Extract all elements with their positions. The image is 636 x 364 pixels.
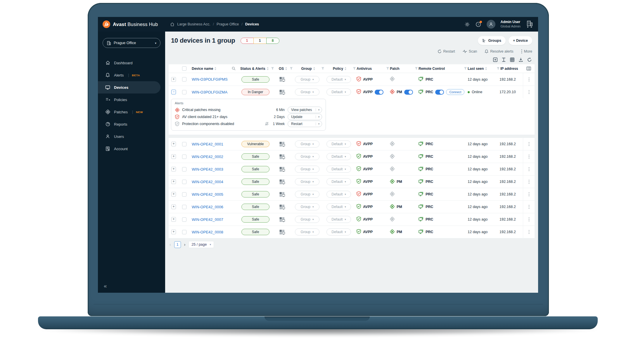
- restart-action[interactable]: Restart: [438, 49, 455, 53]
- sidebar-item-alerts[interactable]: Alerts | BETA: [98, 69, 165, 81]
- device-name-link[interactable]: WIN-OPE42_0007: [192, 217, 223, 222]
- resolve-alerts-action[interactable]: Resolve alerts: [485, 49, 513, 53]
- avatar[interactable]: [487, 20, 495, 29]
- alert-action-button[interactable]: View patches ▾: [288, 107, 322, 113]
- row-checkbox[interactable]: [182, 230, 186, 234]
- row-menu-icon[interactable]: [523, 86, 535, 98]
- column-settings-icon[interactable]: [526, 67, 531, 70]
- prev-page-icon[interactable]: ‹: [170, 242, 171, 247]
- expand-all-icon[interactable]: [493, 58, 497, 62]
- patch-toggle[interactable]: [404, 90, 413, 95]
- policy-dropdown[interactable]: Default▾: [326, 166, 351, 173]
- device-name-link[interactable]: WIN-OPE42_0002: [192, 155, 223, 159]
- group-dropdown[interactable]: Group▾: [295, 228, 319, 235]
- export-download-icon[interactable]: [519, 58, 523, 62]
- column-header-status-alerts[interactable]: Status & Alerts: [238, 64, 273, 73]
- group-dropdown[interactable]: Group▾: [295, 166, 319, 173]
- expand-row-button[interactable]: +: [171, 192, 176, 197]
- sort-icon[interactable]: [285, 67, 287, 70]
- company-switcher-icon[interactable]: [526, 20, 533, 28]
- device-name-link[interactable]: WIN-O3POLFGIZMA: [192, 90, 227, 94]
- group-dropdown[interactable]: Group▾: [295, 89, 319, 96]
- alert-action-button[interactable]: Update ▾: [288, 114, 322, 120]
- column-header-last-seen[interactable]: Last seen: [466, 64, 498, 73]
- search-icon[interactable]: [232, 67, 236, 70]
- row-checkbox[interactable]: [182, 142, 186, 146]
- help-icon[interactable]: ?: [476, 21, 481, 27]
- scan-action[interactable]: Scan: [463, 49, 477, 53]
- policy-dropdown[interactable]: Default▾: [326, 216, 351, 223]
- row-menu-icon[interactable]: [523, 150, 535, 163]
- sidebar-item-devices[interactable]: Devices: [98, 81, 160, 93]
- remote-control-toggle[interactable]: [435, 90, 444, 95]
- row-checkbox[interactable]: [182, 155, 186, 159]
- sort-icon[interactable]: [313, 67, 315, 70]
- expand-row-button[interactable]: +: [171, 142, 176, 146]
- table-view-icon[interactable]: [510, 58, 514, 62]
- policy-dropdown[interactable]: Default▾: [326, 76, 351, 83]
- column-header-group[interactable]: Group: [291, 64, 323, 73]
- row-menu-icon[interactable]: [523, 138, 535, 150]
- row-checkbox[interactable]: [182, 205, 186, 209]
- expand-row-button[interactable]: +: [171, 217, 176, 222]
- row-menu-icon[interactable]: [523, 176, 535, 188]
- sort-icon[interactable]: [267, 67, 269, 70]
- select-all-checkbox[interactable]: [182, 66, 186, 71]
- expand-row-button[interactable]: +: [171, 167, 176, 171]
- policy-dropdown[interactable]: Default▾: [326, 203, 351, 210]
- sidebar-item-account[interactable]: Account: [98, 143, 165, 155]
- policy-dropdown[interactable]: Default▾: [326, 153, 351, 160]
- device-name-link[interactable]: WIN-OPE42_0005: [192, 192, 223, 197]
- column-header-os[interactable]: OS: [273, 64, 291, 73]
- next-page-icon[interactable]: ›: [184, 242, 186, 247]
- row-menu-icon[interactable]: [523, 201, 535, 213]
- more-action[interactable]: More: [521, 49, 532, 53]
- group-dropdown[interactable]: Group▾: [295, 141, 319, 148]
- device-name-link[interactable]: WIN-OPE42_0003: [192, 167, 223, 171]
- page-size-select[interactable]: 25 / page ▾: [189, 241, 214, 248]
- sort-icon[interactable]: [344, 67, 347, 70]
- device-name-link[interactable]: WIN-O3POLFGIPMS: [192, 77, 228, 82]
- device-name-link[interactable]: WIN-OPE42_0004: [192, 180, 223, 184]
- row-menu-icon[interactable]: [523, 226, 535, 238]
- row-menu-icon[interactable]: [523, 188, 535, 200]
- group-dropdown[interactable]: Group▾: [295, 216, 319, 223]
- collapse-row-button[interactable]: −: [171, 90, 176, 94]
- row-checkbox[interactable]: [182, 167, 186, 171]
- expand-row-button[interactable]: +: [171, 230, 176, 234]
- org-selector[interactable]: Prague Office ▾: [103, 38, 160, 48]
- row-checkbox[interactable]: [182, 77, 186, 82]
- sidebar-item-dashboard[interactable]: Dashboard: [98, 57, 165, 69]
- expand-row-button[interactable]: +: [171, 179, 176, 184]
- alert-action-button[interactable]: Restart ▾: [288, 121, 322, 127]
- sidebar-collapse-icon[interactable]: «: [104, 283, 107, 289]
- group-dropdown[interactable]: Group▾: [295, 76, 319, 83]
- policy-dropdown[interactable]: Default▾: [326, 228, 351, 235]
- breadcrumb-item[interactable]: Prague Office: [217, 22, 239, 26]
- current-page-button[interactable]: 1: [174, 241, 181, 248]
- sidebar-item-policies[interactable]: Policies: [98, 93, 165, 106]
- sort-icon[interactable]: [214, 67, 217, 70]
- policy-dropdown[interactable]: Default▾: [326, 178, 351, 185]
- column-header-policy[interactable]: Policy: [323, 64, 355, 73]
- row-checkbox[interactable]: [182, 192, 186, 197]
- expand-row-button[interactable]: +: [171, 154, 176, 159]
- refresh-icon[interactable]: [527, 58, 532, 62]
- group-dropdown[interactable]: Group▾: [295, 191, 319, 198]
- group-dropdown[interactable]: Group▾: [295, 153, 319, 160]
- group-dropdown[interactable]: Group▾: [295, 178, 319, 185]
- expand-row-button[interactable]: +: [171, 204, 176, 209]
- device-name-link[interactable]: WIN-OPE42_0006: [192, 205, 223, 209]
- sidebar-item-users[interactable]: Users: [98, 130, 165, 143]
- row-height-icon[interactable]: [502, 58, 506, 62]
- policy-dropdown[interactable]: Default▾: [326, 89, 351, 96]
- add-device-button[interactable]: + Device: [509, 36, 532, 45]
- groups-button[interactable]: Groups: [478, 36, 505, 45]
- group-dropdown[interactable]: Group▾: [295, 203, 319, 210]
- settings-gear-icon[interactable]: [464, 21, 470, 27]
- sidebar-item-reports[interactable]: Reports: [98, 118, 165, 130]
- sidebar-item-patches[interactable]: Patches | NEW: [98, 106, 165, 118]
- breadcrumb-item[interactable]: Large Business Acc.: [177, 22, 210, 26]
- row-checkbox[interactable]: [182, 180, 186, 184]
- antivirus-toggle[interactable]: [375, 90, 383, 95]
